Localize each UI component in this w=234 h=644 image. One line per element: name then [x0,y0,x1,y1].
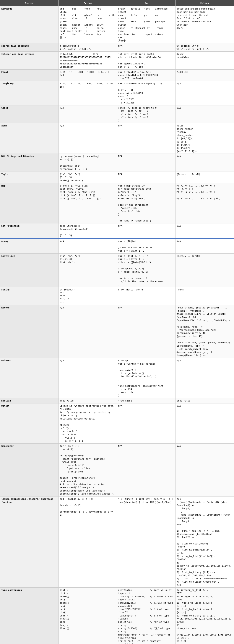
table-row: Float3.14 1e .001 1e100 3.14E-10 0e0var … [0,70,234,81]
table-row: Generatorfor i in f(5): print(i) def gre… [0,444,234,496]
row-label-string: String [0,287,59,305]
row-label-object: Object [0,403,59,443]
python-cell-4: 3.14j 1e.j 1ej .001j 1e100j 3.14e-10j [58,81,117,105]
row-label-float: Float [0,70,59,81]
python-cell-16: True False [58,398,117,404]
erlang-cell-17: N/A [176,403,234,443]
go-cell-0: break default func interface select case… [117,6,176,44]
row-label-const: Const [0,105,59,123]
table-row: PointerN/Aq := 4p var p *Vertex = new(Ve… [0,358,234,398]
row-label-type-conversion: type conversion [0,588,59,644]
table-row: keywordsand del from not while elif elif… [0,6,234,44]
table-row: Bit Strings and Binariesbytearray([sourc… [0,154,234,172]
go-cell-14: N/A [117,305,176,358]
erlang-cell-8: [Term1,...,TermN] [176,172,234,183]
row-label-generator: Generator [0,444,59,496]
python-cell-15: N/A [58,358,117,398]
python-cell-3: 3.14 1e .001 1e100 3.14E-10 0e0 [58,70,117,81]
go-cell-6: N/A [117,123,176,154]
table-row: source file encoding# coding=utf-8 # -*-… [0,43,234,52]
python-cell-2: 2147483647 0177 792281625142643375935439… [58,52,117,70]
python-cell-9: {'one': 1, 'two': 2}; dict(one=1, two=2)… [58,183,117,223]
python-cell-13: str(object) '\' "\"' "''..." ---... [58,287,117,305]
row-label-record: Record [0,305,59,358]
go-cell-7: N/A [117,154,176,172]
table-row: lambda expressions /closure/ anonymous f… [0,496,234,588]
go-cell-5: const (// iota is reset to 0 c0 = iota /… [117,105,176,123]
col-syntax-header: Syntax [0,0,59,6]
erlang-cell-10: N/A [176,224,234,238]
erlang-cell-13: "Term" [176,287,234,305]
go-cell-18: N/A [117,444,176,496]
erlang-cell-18: N/A [176,444,234,496]
python-cell-6: N/A [58,123,117,154]
table-row: ArrayN/Avar a [10]int // declare and ini… [0,238,234,253]
erlang-cell-2: #char baseValue [176,52,234,70]
table-row: ObjectObject is Python's abstraction for… [0,403,234,443]
go-cell-1: N/A [117,43,176,52]
row-label-keywords: keywords [0,6,59,44]
go-cell-9: var m map[string]int m = make(map[string… [117,183,176,223]
python-cell-14: N/A [58,305,117,358]
table-row: RecordN/AN/A-record(Name, {Field1 [= Val… [0,305,234,358]
python-cell-1: # coding=utf-8 # -*- coding: utf-8 -*- [58,43,117,52]
row-label-boolean: Boolean [0,398,59,404]
python-cell-10: set([iterable]) frozenset([iterable]) {1… [58,224,117,238]
erlang-cell-1: %% coding: utf-8 %% -*- coding: utf-8 -*… [176,43,234,52]
table-row: atomN/AN/Ahello phone_number 'Monday' ph… [0,123,234,154]
erlang-cell-19: fun [Name](Pattern1,...,PatternN) [when … [176,496,234,588]
table-row: List/slice['a', 'b', 'c'] [1, 2, 3] list… [0,253,234,287]
table-row: Stringstr(object) '\' "\"' "''..." ---..… [0,287,234,305]
python-cell-7: bytearray([source[, encoding[, errors]]]… [58,154,117,172]
row-label-tuple: Tuple [0,172,59,183]
syntax-comparison-table: Syntax Python Go Erlang keywordsand del … [0,0,234,644]
python-cell-8: ('a', 'b', 'c') (1, 2, 3) tuple([iterabl… [58,172,117,183]
row-label-list/slice: List/slice [0,253,59,287]
row-label-source-file-encoding: source file encoding [0,43,59,52]
python-cell-19: add = lambda a, x: a + x lambda x: x*(13… [58,496,117,588]
go-cell-12: var b []int{1, 2, 3, 4} var B = []byte{1… [117,253,176,287]
go-cell-19: f := func(a, z int) int { return a + z }… [117,496,176,588]
erlang-cell-15: N/A [176,358,234,398]
table-row: Imaginary3.14j 1e.j 1ej .001j 1e100j 3.1… [0,81,234,105]
erlang-cell-3: 2.30E-03 [176,70,234,81]
row-label-imaginary: Imaginary [0,81,59,105]
erlang-cell-11: N/A [176,238,234,253]
go-cell-13: s := "Hello, world" [117,287,176,305]
erlang-cell-16: true false [176,398,234,404]
python-cell-18: for i in f(5): print(i) def grep(pattern… [58,444,117,496]
erlang-cell-20: 8> integer_to_list(77). "77" 9> integer_… [176,588,234,644]
col-erlang-header: Erlang [176,0,234,6]
erlang-cell-5: N/A [176,105,234,123]
row-label-pointer: Pointer [0,358,59,398]
table-row: BooleanTrue Falsetrue falsetrue false [0,398,234,404]
row-label-lambda-expressions-/closure/-anonymous-function: lambda expressions /closure/ anonymous f… [0,496,59,588]
table-row: type conversionlist() dict() tuple() set… [0,588,234,644]
row-label-array: Array [0,238,59,253]
table-row: Map{'one': 1, 'two': 2}; dict(one=1, two… [0,183,234,223]
python-cell-12: ['a', 'b', 'c'] [1, 2, 3] list('abc') [58,253,117,287]
row-label-atom: atom [0,123,59,154]
go-cell-17: N/A [117,403,176,443]
erlang-cell-14: -record(Name, {Field1 [= Value1], ..., F… [176,305,234,358]
row-label-set(frozenset): Set(Frozenset) [0,224,59,238]
col-go-header: Go [117,0,176,6]
erlang-cell-7: N/A [176,154,234,172]
erlang-cell-9: M( K1 => V1, ..., Kn => Vn ) M#{ K => V … [176,183,234,223]
row-label-bit-strings-and-binaries: Bit Strings and Binaries [0,154,59,172]
go-cell-2: int int8 int16 int32 int64 uint uint8 ui… [117,52,176,70]
erlang-cell-0: after and andalso band begin bxor bsr bs… [176,6,234,44]
go-cell-8: N/A [117,172,176,183]
erlang-cell-12: [Term1,...,TermN] [176,253,234,287]
erlang-cell-4: N/A [176,81,234,105]
table-row: Set(Frozenset)set([iterable]) frozenset(… [0,224,234,238]
row-label-integer-and-long-integer: Integer and long integer [0,52,59,70]
go-cell-20: uint(iota) // iota value of type uint fl… [117,588,176,644]
go-cell-16: true false [117,398,176,404]
python-cell-0: and del from not while elif elif global … [58,6,117,44]
erlang-cell-6: hello phone_number 'Monday' phone_number… [176,123,234,154]
go-cell-4: var s complex128 = complex(1, 2) x := 1 … [117,81,176,105]
table-row: Integer and long integer2147483647 0177 … [0,52,234,70]
python-cell-17: Object is Python's abstraction for data.… [58,403,117,443]
table-row: ConstN/Aconst (// iota is reset to 0 c0 … [0,105,234,123]
